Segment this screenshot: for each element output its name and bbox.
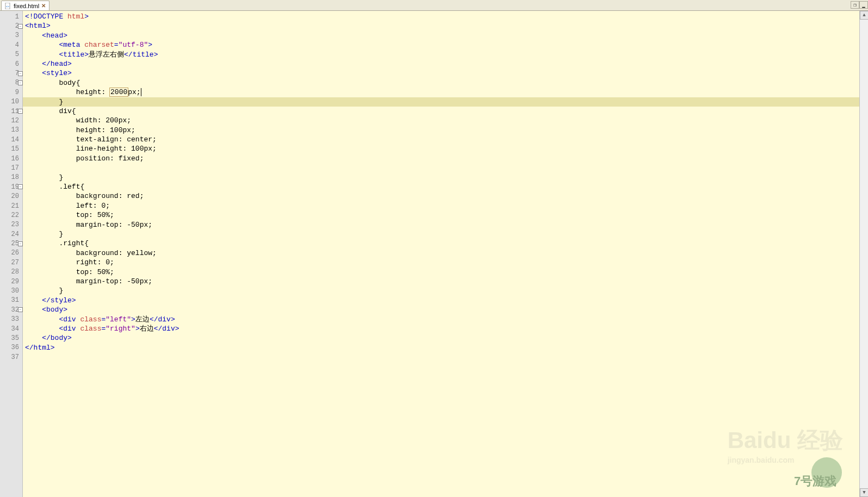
code-line[interactable]: text-align: center; [23,135,859,144]
line-number: 22 [11,212,19,219]
code-line[interactable]: <title>悬浮左右侧</title> [23,50,859,59]
code-line[interactable]: <body> [23,305,859,314]
code-line[interactable]: </head> [23,59,859,69]
code-line[interactable]: margin-top: -50px; [23,220,859,229]
fold-marker-icon[interactable]: − [18,184,23,189]
gutter-row: 9 [0,88,22,97]
code-line[interactable]: height: 100px; [23,126,859,135]
vertical-scrollbar[interactable]: ▲ ▼ [859,11,868,497]
close-icon[interactable]: ✕ [41,3,46,9]
fold-marker-icon[interactable]: − [18,71,23,76]
code-line[interactable]: margin-top: -50px; [23,277,859,286]
line-number-gutter: 12−34567−8−91011−1213141516171819−202122… [0,11,23,497]
line-number: 18 [11,173,19,181]
code-line[interactable] [23,352,859,362]
html-file-icon: <> [5,3,11,9]
gutter-row: 2− [0,21,22,30]
gutter-row: 18 [0,173,22,182]
code-line[interactable]: } [23,97,859,107]
svg-point-2 [811,457,842,488]
code-line[interactable]: <div class="left">左边</div> [23,315,859,324]
gutter-row: 26 [0,248,22,258]
fold-marker-icon[interactable]: − [18,109,23,114]
gutter-row: 31 [0,296,22,305]
code-line[interactable]: position: fixed; [23,154,859,163]
fold-marker-icon[interactable]: − [18,307,23,312]
gutter-row: 34 [0,324,22,333]
code-line[interactable]: } [23,229,859,239]
code-line[interactable]: div{ [23,107,859,116]
tab-filename: fixed.html [14,3,39,9]
line-number: 33 [11,315,19,323]
gutter-row: 8− [0,78,22,88]
code-area[interactable]: Baidu 经验 jingyan.baidu.com 7号游戏 <!DOCTYP… [23,11,859,497]
line-number: 14 [11,136,19,144]
gutter-row: 10 [0,97,22,107]
code-line[interactable] [23,163,859,172]
code-line[interactable]: <style> [23,69,859,78]
code-line[interactable]: body{ [23,78,859,88]
code-line[interactable]: </style> [23,296,859,305]
code-line[interactable]: <head> [23,31,859,40]
gutter-row: 15 [0,144,22,153]
fold-marker-icon[interactable]: − [18,80,23,85]
line-number: 4 [15,41,19,49]
gutter-row: 1 [0,12,22,21]
editor-container: 12−34567−8−91011−1213141516171819−202122… [0,11,868,497]
code-line[interactable]: top: 50%; [23,268,859,277]
gutter-row: 11− [0,107,22,116]
line-number: 5 [15,51,19,58]
code-line[interactable]: width: 200px; [23,116,859,125]
line-number: 26 [11,249,19,257]
code-line[interactable]: top: 50%; [23,210,859,220]
code-line[interactable]: <div class="right">右边</div> [23,324,859,333]
window-controls: ❐ ▁ [851,1,868,9]
editor-tab[interactable]: <> fixed.html ✕ [1,1,49,10]
line-number: 9 [15,89,19,96]
gutter-row: 4 [0,40,22,49]
scroll-up-button[interactable]: ▲ [860,11,868,20]
line-number: 30 [11,287,19,295]
code-line[interactable]: height: 2000px; [23,88,859,97]
line-number: 1 [15,13,19,21]
gutter-row: 35 [0,333,22,343]
game-watermark: 7号游戏 [778,453,859,497]
line-number: 15 [11,145,19,153]
code-line[interactable]: .left{ [23,182,859,191]
gutter-row: 19− [0,182,22,191]
code-line[interactable]: left: 0; [23,201,859,210]
code-line[interactable]: line-height: 100px; [23,144,859,153]
code-line[interactable]: background: yellow; [23,248,859,258]
line-number: 28 [11,268,19,276]
line-number: 16 [11,155,19,163]
code-line[interactable]: <html> [23,21,859,30]
minimize-button[interactable]: ▁ [859,1,868,9]
scroll-down-button[interactable]: ▼ [860,488,868,497]
code-line[interactable]: </html> [23,343,859,352]
code-line[interactable]: <meta charset="utf-8"> [23,40,859,49]
gutter-row: 20 [0,191,22,201]
code-line[interactable]: </body> [23,333,859,343]
gutter-row: 16 [0,154,22,163]
gutter-row: 14 [0,135,22,144]
code-line[interactable]: .right{ [23,239,859,248]
code-line[interactable]: right: 0; [23,258,859,267]
gutter-row: 22 [0,210,22,220]
gutter-row: 17 [0,163,22,172]
line-number: 10 [11,98,19,105]
restore-button[interactable]: ❐ [851,1,859,9]
fold-marker-icon[interactable]: − [18,241,23,246]
fold-marker-icon[interactable]: − [18,24,23,29]
gutter-row: 25− [0,239,22,248]
code-line[interactable]: <!DOCTYPE html> [23,12,859,21]
code-line[interactable]: background: red; [23,191,859,201]
line-number: 13 [11,126,19,134]
gutter-row: 24 [0,229,22,239]
gutter-row: 6 [0,59,22,69]
code-line[interactable]: } [23,173,859,182]
code-line[interactable]: } [23,286,859,295]
gutter-row: 7− [0,69,22,78]
svg-text:7号游戏: 7号游戏 [794,474,836,488]
gutter-row: 28 [0,268,22,277]
line-number: 29 [11,278,19,285]
